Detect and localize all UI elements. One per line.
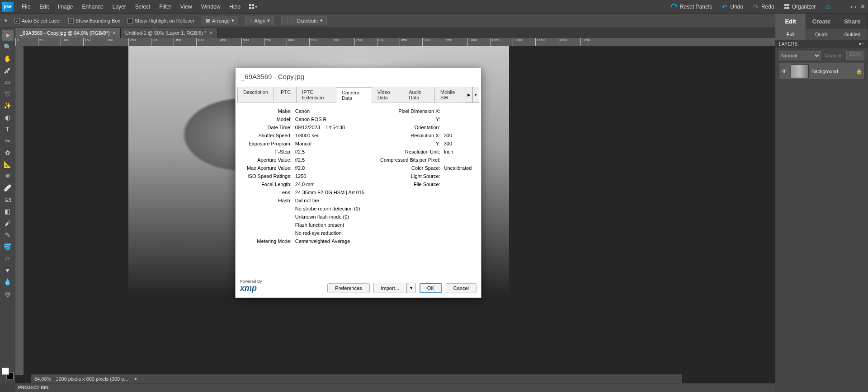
lasso-tool[interactable]: ➰ <box>2 89 14 99</box>
layers-panel-header: LAYERS▾≡ <box>775 40 868 48</box>
zoom-level[interactable]: 84.88% <box>34 376 51 382</box>
file-info-dialog: _69A3569 - Copy.jpg DescriptionIPTCIPTC … <box>235 68 481 298</box>
dialog-tab-video-data[interactable]: Video Data <box>372 87 404 103</box>
clone-stamp-tool[interactable]: 🖃 <box>2 194 14 205</box>
preferences-button[interactable]: Preferences <box>327 283 369 293</box>
blur-tool[interactable]: 💧 <box>2 276 14 287</box>
menu-layer[interactable]: Layer <box>108 0 131 14</box>
layer-row-background[interactable]: 👁 Background 🔒 <box>779 63 864 80</box>
distribute-dropdown[interactable]: ⋮⋮Distribute▾ <box>281 16 326 25</box>
eyedropper-tool[interactable]: 💉 <box>2 65 14 76</box>
document-tab[interactable]: Untitled-1 @ 50% (Layer 1, RGB/8) *× <box>121 28 217 38</box>
menu-edit[interactable]: Edit <box>35 0 53 14</box>
field-label: Date Time: <box>240 125 292 130</box>
redo-button[interactable]: ↷Redo <box>750 3 778 10</box>
home-button[interactable]: ⌂ <box>822 3 834 11</box>
straighten-tool[interactable]: 📐 <box>2 159 14 170</box>
field-label: Resolution Unit: <box>380 149 440 154</box>
reset-panels-button[interactable]: Reset Panels <box>667 4 716 10</box>
dialog-tab-audio-data[interactable]: Audio Data <box>403 87 435 103</box>
tabs-overflow-icon[interactable]: ▾ <box>472 87 479 103</box>
crop-tool[interactable]: ✂ <box>2 135 14 146</box>
eraser-tool[interactable]: ◧ <box>2 206 14 217</box>
organizer-button[interactable]: Organizer <box>781 4 820 10</box>
dialog-tab-iptc-extension[interactable]: IPTC Extension <box>296 87 336 103</box>
magic-wand-tool[interactable]: ✨ <box>2 100 14 111</box>
close-button[interactable]: ✕ <box>859 3 866 10</box>
type-tool[interactable]: T <box>2 124 14 135</box>
minimize-button[interactable]: — <box>841 3 848 10</box>
ruler-vertical <box>15 46 24 375</box>
field-value: Did not fire <box>295 198 371 203</box>
opacity-value[interactable]: 100% <box>846 51 864 60</box>
menu-enhance[interactable]: Enhance <box>77 0 108 14</box>
commit-icon[interactable]: ▾ <box>5 18 7 23</box>
sub-tab-guided[interactable]: Guided <box>837 29 868 40</box>
import-button[interactable]: Import...▾ <box>373 283 416 293</box>
cookie-cutter-tool[interactable]: ✿ <box>2 147 14 158</box>
zoom-tool[interactable]: 🔍 <box>2 42 14 52</box>
import-dropdown-arrow[interactable]: ▾ <box>407 283 416 293</box>
dialog-tab-mobile-sw[interactable]: Mobile SW <box>434 87 466 103</box>
field-value <box>444 108 472 114</box>
blend-mode-select[interactable]: Normal <box>779 51 821 60</box>
align-icon: ≡ <box>250 18 252 23</box>
dialog-tab-description[interactable]: Description <box>237 87 274 103</box>
home-icon: ⌂ <box>826 3 830 11</box>
visibility-toggle-icon[interactable]: 👁 <box>781 68 788 75</box>
menu-file[interactable]: File <box>17 0 35 14</box>
panel-menu-icon[interactable]: ▾≡ <box>859 42 864 47</box>
mode-tab-edit[interactable]: Edit <box>775 14 806 29</box>
brush-tool[interactable]: 🖌 <box>2 218 14 229</box>
document-tab[interactable]: _69A3569 - Copy.jpg @ 84.9% (RGB/8*)× <box>15 28 121 38</box>
ok-button[interactable]: OK <box>420 283 442 293</box>
show-highlight-checkbox[interactable]: Show Highlight on Rollover <box>127 18 194 23</box>
shape-tool[interactable]: ♥ <box>2 265 14 275</box>
spot-heal-tool[interactable]: 🩹 <box>2 182 14 193</box>
dialog-tab-camera-data[interactable]: Camera Data <box>336 87 372 103</box>
undo-button[interactable]: ↶Undo <box>718 3 747 10</box>
sub-tab-full[interactable]: Full <box>775 29 806 40</box>
cancel-button[interactable]: Cancel <box>446 283 476 293</box>
menu-window[interactable]: Window <box>197 0 225 14</box>
paint-bucket-tool[interactable]: 🪣 <box>2 241 14 252</box>
menu-view[interactable]: View <box>176 0 197 14</box>
sponge-tool[interactable]: ◎ <box>2 288 14 299</box>
field-value <box>444 182 472 187</box>
align-dropdown[interactable]: ≡Align▾ <box>245 16 274 25</box>
field-label: Light Source: <box>380 173 440 179</box>
close-tab-icon[interactable]: × <box>209 30 212 36</box>
quick-select-tool[interactable]: ◐ <box>2 112 14 123</box>
smart-brush-tool[interactable]: ✎ <box>2 229 14 240</box>
arrange-dropdown[interactable]: ▦Arrange▾ <box>202 16 238 25</box>
gradient-tool[interactable]: ▱ <box>2 253 14 264</box>
show-bounding-box-checkbox[interactable]: Show Bounding Box <box>68 18 120 23</box>
project-bin-bar[interactable]: PROJECT BIN <box>15 384 775 392</box>
layer-thumbnail <box>791 65 809 78</box>
field-label: Model: <box>240 117 292 122</box>
sub-tab-quick[interactable]: Quick <box>806 29 837 40</box>
auto-select-layer-checkbox[interactable]: Auto Select Layer <box>14 18 61 23</box>
field-value: 1/8000 sec <box>295 133 371 138</box>
menu-image[interactable]: Image <box>53 0 77 14</box>
red-eye-tool[interactable]: 👁 <box>2 171 14 182</box>
tabs-scroll-right-icon[interactable]: ▶ <box>466 87 472 103</box>
layout-icon[interactable] <box>249 4 254 9</box>
menu-select[interactable]: Select <box>131 0 155 14</box>
mode-tab-share[interactable]: Share <box>837 14 868 29</box>
hand-tool[interactable]: ✋ <box>2 53 14 64</box>
mode-tab-create[interactable]: Create <box>806 14 837 29</box>
maximize-button[interactable]: ▭ <box>850 3 857 10</box>
field-value: 300 <box>444 141 472 146</box>
marquee-tool[interactable]: ▭ <box>2 77 14 88</box>
menu-filter[interactable]: Filter <box>155 0 176 14</box>
dialog-tab-iptc[interactable]: IPTC <box>274 87 297 103</box>
close-tab-icon[interactable]: × <box>113 30 116 36</box>
color-swatches[interactable] <box>2 368 14 379</box>
move-tool[interactable]: ➤ <box>2 30 14 41</box>
document-tabs: _69A3569 - Copy.jpg @ 84.9% (RGB/8*)×Unt… <box>15 28 775 38</box>
field-label: Aperture Value: <box>240 157 292 163</box>
menu-help[interactable]: Help <box>225 0 245 14</box>
status-menu-icon[interactable]: ▸ <box>135 376 137 382</box>
foreground-color[interactable] <box>2 368 9 375</box>
